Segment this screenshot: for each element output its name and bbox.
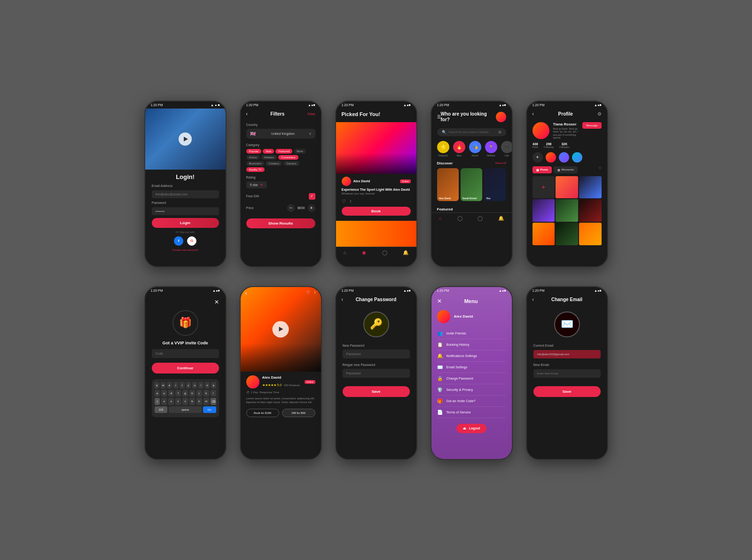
key-e[interactable]: e — [167, 382, 172, 389]
key-space[interactable]: space — [169, 406, 201, 413]
create-account-link[interactable]: Create new account! — [152, 249, 219, 251]
key-x[interactable]: x — [168, 398, 174, 405]
add-button[interactable]: + — [533, 152, 543, 163]
retype-password-input[interactable] — [343, 369, 410, 378]
menu-item-invite[interactable]: 👥 Invite Friends — [437, 328, 506, 339]
login-button[interactable]: Login — [152, 218, 219, 228]
tag-actors[interactable]: Actors — [246, 155, 260, 160]
menu-item-invite-code[interactable]: 🎁 Got an Invite Code? — [437, 396, 506, 407]
photo-6[interactable] — [533, 223, 555, 245]
email-back-icon[interactable]: ‹ — [533, 297, 534, 302]
tag-new[interactable]: New — [263, 149, 274, 154]
tag-athletes[interactable]: Athletes — [261, 155, 277, 160]
search-bar[interactable]: 🔍 Search for your dream Celebrity ⚙ — [437, 128, 506, 136]
email-input[interactable] — [152, 190, 219, 198]
tag-gamers[interactable]: Gamers — [283, 161, 299, 166]
key-v[interactable]: v — [182, 398, 188, 405]
hamburger-icon[interactable]: ☰ — [437, 115, 441, 119]
key-y[interactable]: y — [186, 382, 191, 389]
free-dm-checkbox[interactable]: ✓ — [309, 193, 315, 200]
tag-creators[interactable]: Creators — [266, 161, 282, 166]
facebook-button[interactable]: f — [174, 236, 183, 246]
photo-7[interactable] — [556, 223, 578, 245]
key-j[interactable]: j — [196, 390, 202, 397]
discover-card-1[interactable]: Alex David — [437, 168, 459, 201]
photo-8[interactable] — [579, 223, 602, 245]
key-s[interactable]: s — [161, 390, 167, 397]
celeb-play-button[interactable] — [273, 321, 289, 337]
nav-home-icon[interactable]: ⌂ — [344, 250, 346, 255]
country-select[interactable]: 🇬🇧 United Kingdom ∨ — [246, 129, 315, 139]
key-n[interactable]: n — [196, 398, 202, 405]
add-photo-cell[interactable]: + — [533, 176, 555, 199]
discover-card-3[interactable]: You — [484, 168, 506, 201]
category-actors[interactable]: 🎭 Actors — [469, 141, 481, 157]
category-featured[interactable]: ⭐ Featured — [437, 141, 449, 157]
category-new[interactable]: 🔥 New — [453, 141, 465, 157]
key-c[interactable]: c — [175, 398, 181, 405]
photo-5[interactable] — [579, 199, 602, 222]
celeb-share-icon[interactable]: ↑ — [314, 290, 316, 296]
celeb-heart-icon[interactable]: ♡ — [306, 290, 310, 296]
password-back-icon[interactable]: ‹ — [342, 297, 343, 302]
back-arrow[interactable]: ‹ — [246, 111, 248, 117]
tag-more[interactable]: More — [294, 149, 306, 154]
key-f[interactable]: f — [175, 390, 181, 397]
photo-1[interactable] — [556, 176, 578, 199]
key-r[interactable]: r — [173, 382, 178, 389]
show-all-link[interactable]: Show All — [495, 162, 506, 164]
tag-popular[interactable]: Popular — [246, 149, 262, 154]
save-password-button[interactable]: Save — [343, 386, 410, 397]
key-o[interactable]: o — [205, 382, 210, 389]
category-more[interactable]: ⋯ Can — [501, 141, 512, 157]
nav-messages-icon[interactable]: ◯ — [382, 250, 387, 255]
tag-musicians[interactable]: Musicians — [246, 161, 265, 166]
category-athletes[interactable]: 🏃 Athletes — [485, 141, 497, 157]
menu-item-password[interactable]: 🔒 Change Password — [437, 373, 506, 384]
key-t[interactable]: t — [180, 382, 184, 389]
share-icon[interactable]: ↑ — [350, 199, 352, 204]
filter-icon[interactable]: ⚙ — [498, 130, 501, 134]
key-w[interactable]: w — [161, 382, 165, 389]
code-input[interactable] — [152, 349, 219, 358]
new-email-input[interactable] — [533, 369, 601, 378]
key-go[interactable]: Go — [203, 406, 216, 413]
logout-button[interactable]: ⏏ Logout — [456, 424, 487, 433]
menu-item-email[interactable]: ✉️ Email Settings — [437, 362, 506, 373]
password-input[interactable] — [152, 207, 219, 215]
discover-card-2[interactable]: Sarah Deniel — [461, 168, 482, 201]
nav-explore-icon[interactable]: ◯ — [457, 216, 462, 221]
menu-item-notifications[interactable]: 🔔 Notifications Settings — [437, 350, 506, 362]
key-d[interactable]: d — [168, 390, 174, 397]
continue-button[interactable]: Continue — [152, 363, 219, 373]
menu-item-booking[interactable]: 📋 Booking History — [437, 339, 506, 350]
nav-explore-icon[interactable]: ◉ — [362, 250, 366, 255]
key-a[interactable]: a — [155, 390, 160, 397]
tag-comedians[interactable]: Comedians — [278, 155, 298, 160]
google-button[interactable]: G — [187, 236, 196, 246]
rating-clear-icon[interactable]: ✕ — [260, 183, 263, 187]
key-123[interactable]: 123 — [155, 406, 168, 413]
price-decrease-button[interactable]: − — [287, 204, 295, 212]
key-k[interactable]: k — [204, 390, 209, 397]
profile-back-icon[interactable]: ‹ — [533, 111, 534, 117]
key-l[interactable]: l — [211, 390, 216, 397]
show-results-button[interactable]: Show Results — [246, 218, 315, 228]
new-password-input[interactable] — [343, 350, 410, 358]
key-z[interactable]: z — [161, 398, 167, 405]
photo-2[interactable] — [579, 176, 602, 199]
key-h[interactable]: h — [189, 390, 195, 397]
menu-close-icon[interactable]: ✕ — [437, 298, 442, 304]
nav-notifications-icon[interactable]: 🔔 — [498, 216, 504, 221]
close-button[interactable]: ✕ — [214, 299, 219, 305]
nav-notifications-icon[interactable]: 🔔 — [403, 250, 408, 255]
tab-posts[interactable]: ▦ Posts — [533, 166, 552, 173]
heart-icon[interactable]: ♡ — [598, 166, 602, 173]
key-q[interactable]: q — [154, 382, 159, 389]
price-increase-button[interactable]: + — [308, 204, 315, 212]
photo-3[interactable] — [533, 199, 555, 222]
tag-featured[interactable]: Featured — [275, 149, 292, 154]
like-icon[interactable]: ♡ — [342, 199, 346, 204]
book-button[interactable]: Book — [342, 207, 411, 216]
key-shift[interactable]: ⇧ — [155, 398, 160, 405]
